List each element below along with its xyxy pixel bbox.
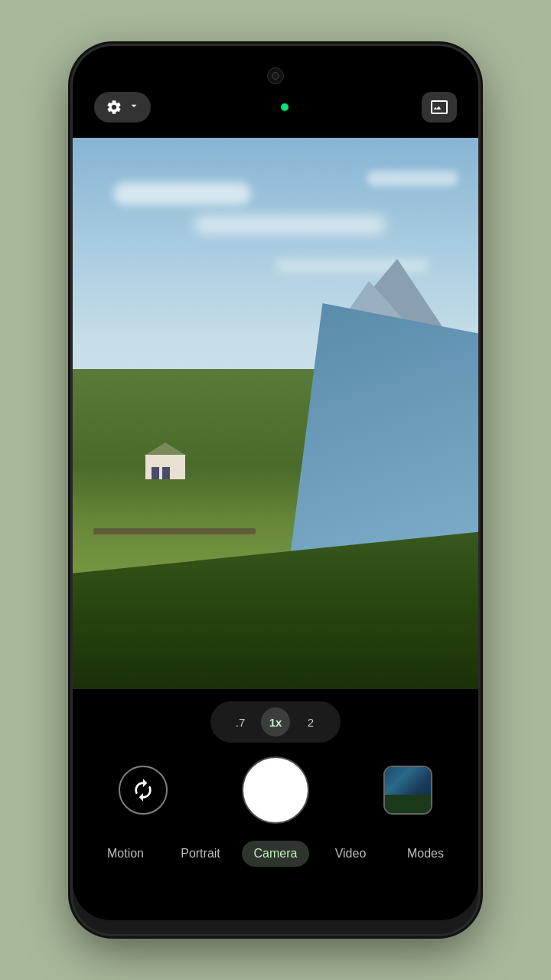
zoom-2x[interactable]: 2 <box>296 707 325 737</box>
zoom-1x[interactable]: 1x <box>261 707 290 737</box>
camera-scene <box>73 138 478 689</box>
shutter-row <box>73 758 478 822</box>
flip-camera-button[interactable] <box>119 766 168 815</box>
cloud-3 <box>367 171 458 186</box>
front-camera-dot <box>272 72 279 80</box>
tab-camera[interactable]: Camera <box>238 841 313 867</box>
stone-wall <box>93 528 256 534</box>
bottom-bar: .7 1x 2 <box>73 689 478 882</box>
house-body <box>145 455 185 479</box>
gallery-thumb-image <box>385 767 431 813</box>
tab-video[interactable]: Video <box>313 841 388 867</box>
top-bar <box>73 46 478 138</box>
zoom-selector: .7 1x 2 <box>210 701 341 743</box>
house-door-left <box>152 467 159 479</box>
thumb-land <box>385 795 431 813</box>
cloud-1 <box>113 182 251 205</box>
tab-modes[interactable]: Modes <box>388 841 463 867</box>
phone-bottom <box>73 882 478 920</box>
settings-button[interactable] <box>94 92 151 122</box>
shutter-inner <box>248 763 303 818</box>
mode-tabs: Motion Portrait Camera Video Modes <box>73 841 478 882</box>
zoom-07[interactable]: .7 <box>226 707 255 737</box>
tab-portrait[interactable]: Portrait <box>163 841 238 867</box>
chevron-down-icon <box>128 100 140 115</box>
tab-motion[interactable]: Motion <box>88 841 163 867</box>
settings-icon <box>105 98 123 116</box>
front-camera <box>267 67 284 84</box>
phone-shell: .7 1x 2 <box>73 46 478 934</box>
shutter-button[interactable] <box>243 758 308 822</box>
indicator-dot <box>281 103 289 111</box>
house-door-right <box>162 467 170 479</box>
gallery-button[interactable] <box>422 92 457 122</box>
gallery-thumbnail[interactable] <box>383 766 432 815</box>
house <box>145 455 185 479</box>
cloud-2 <box>194 215 386 234</box>
viewfinder[interactable] <box>73 138 478 689</box>
